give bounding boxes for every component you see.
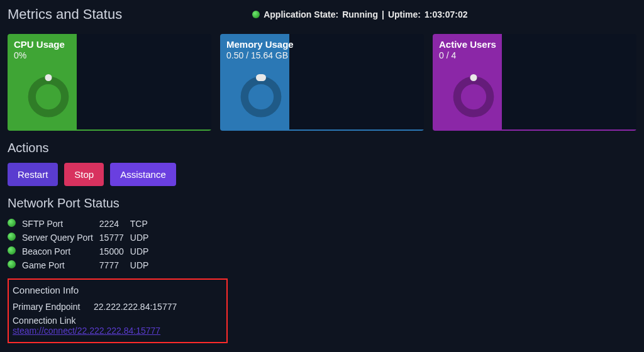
port-name: Beacon Port	[22, 245, 99, 258]
state-label: Application State:	[264, 9, 338, 19]
port-proto: UDP	[130, 245, 155, 258]
port-proto: TCP	[130, 217, 155, 231]
port-proto: UDP	[130, 258, 155, 272]
port-proto: UDP	[130, 231, 155, 245]
port-name: SFTP Port	[22, 217, 99, 231]
connection-info-panel: Connection Info Primary Endpoint 22.222.…	[8, 278, 228, 343]
ports-heading: Network Port Status	[8, 196, 636, 211]
users-card: Active Users 0 / 4	[433, 34, 636, 131]
cpu-gauge-icon	[26, 75, 70, 119]
app-state: Application State: Running | Uptime: 1:0…	[252, 9, 467, 19]
endpoint-value: 22.222.222.84:15777	[94, 302, 177, 312]
stop-button[interactable]: Stop	[64, 163, 104, 186]
port-status-icon	[8, 233, 16, 241]
memory-value: 0.50 / 15.64 GB	[226, 50, 288, 60]
restart-button[interactable]: Restart	[8, 163, 58, 186]
uptime-value: 1:03:07:02	[425, 9, 468, 19]
connection-link[interactable]: steam://connect/22.222.222.84:15777	[13, 326, 160, 336]
table-row: SFTP Port 2224 TCP	[8, 217, 155, 231]
cpu-value: 0%	[14, 50, 26, 60]
port-status-icon	[8, 246, 16, 255]
svg-point-1	[245, 80, 278, 114]
actions-heading: Actions	[8, 141, 636, 155]
svg-point-2	[457, 80, 491, 114]
cpu-title: CPU Usage	[14, 39, 65, 50]
ports-table: SFTP Port 2224 TCP Server Query Port 157…	[8, 217, 155, 272]
port-name: Game Port	[22, 258, 99, 272]
table-row: Server Query Port 15777 UDP	[8, 231, 155, 245]
cpu-card: CPU Usage 0%	[8, 34, 211, 131]
assistance-button[interactable]: Assistance	[110, 163, 176, 186]
connection-heading: Connection Info	[13, 285, 220, 295]
memory-card: Memory Usage 0.50 / 15.64 GB	[220, 34, 424, 131]
endpoint-label: Primary Endpoint	[13, 302, 91, 312]
port-status-icon	[8, 219, 16, 227]
port-number: 2224	[99, 217, 130, 231]
page-title: Metrics and Status	[8, 6, 122, 23]
memory-gauge-icon	[239, 75, 283, 119]
uptime-label: Uptime:	[388, 9, 421, 19]
users-value: 0 / 4	[439, 50, 456, 60]
port-name: Server Query Port	[22, 231, 99, 245]
port-number: 7777	[99, 258, 130, 272]
users-gauge-icon	[452, 75, 496, 119]
table-row: Beacon Port 15000 UDP	[8, 245, 155, 258]
state-value: Running	[342, 9, 378, 19]
port-number: 15777	[99, 231, 130, 245]
port-status-icon	[8, 260, 16, 268]
table-row: Game Port 7777 UDP	[8, 258, 155, 272]
connection-link-label: Connection Link	[13, 316, 91, 326]
port-number: 15000	[99, 245, 130, 258]
memory-title: Memory Usage	[226, 39, 294, 50]
svg-point-0	[32, 80, 65, 114]
users-title: Active Users	[439, 39, 496, 50]
status-dot-icon	[252, 11, 260, 18]
